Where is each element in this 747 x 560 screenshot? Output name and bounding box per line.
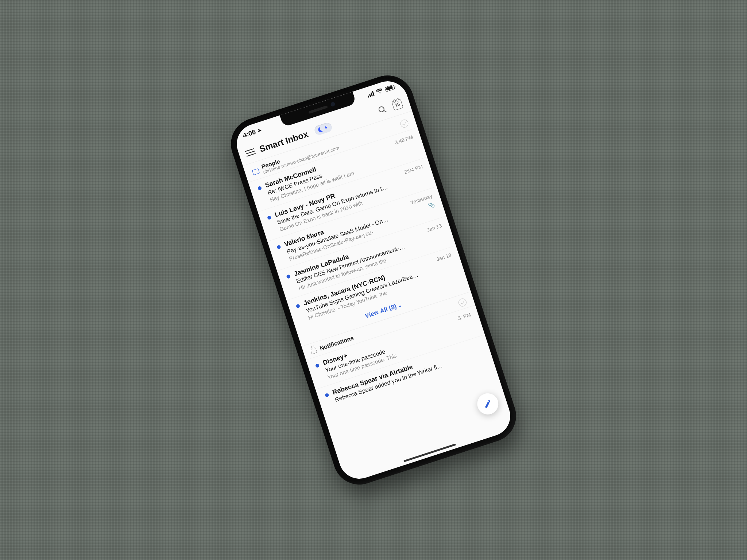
email-timestamp: 3:48 PM xyxy=(394,134,414,145)
cellular-icon xyxy=(367,91,374,98)
moon-icon xyxy=(318,127,324,133)
mail-icon xyxy=(252,168,260,175)
unread-dot xyxy=(325,393,329,398)
wifi-icon xyxy=(375,88,383,95)
calendar-icon: 15 xyxy=(391,99,403,111)
svg-point-0 xyxy=(378,106,385,113)
unread-dot xyxy=(276,245,281,249)
unread-dot xyxy=(258,186,262,191)
calendar-day: 15 xyxy=(394,101,400,108)
email-timestamp: Jan 13 xyxy=(426,222,442,233)
calendar-button[interactable]: 15 xyxy=(391,98,405,112)
phone-frame: 4:06 ➤ Smart Inbox ✦ xyxy=(224,69,523,491)
unread-dot xyxy=(315,363,320,368)
select-all-icon[interactable] xyxy=(399,118,410,129)
bell-icon xyxy=(310,347,317,354)
search-icon xyxy=(377,104,388,115)
status-time: 4:06 xyxy=(242,128,257,139)
chevron-down-icon: ⌄ xyxy=(397,302,402,309)
email-timestamp: Jan 13 xyxy=(436,252,452,262)
pencil-icon xyxy=(482,398,493,409)
location-icon: ➤ xyxy=(258,128,262,133)
email-timestamp: 2:04 PM xyxy=(403,164,423,175)
smart-mode-toggle[interactable]: ✦ xyxy=(313,122,333,136)
battery-icon xyxy=(384,84,395,92)
select-all-icon[interactable] xyxy=(457,298,468,308)
unread-dot xyxy=(286,274,291,279)
paperclip-icon: 📎 xyxy=(427,201,436,209)
screen: 4:06 ➤ Smart Inbox ✦ xyxy=(232,76,516,484)
email-timestamp: 3: PM xyxy=(457,312,472,322)
unread-dot xyxy=(296,304,301,308)
search-button[interactable] xyxy=(375,103,389,117)
unread-dot xyxy=(267,215,272,220)
menu-button[interactable] xyxy=(245,148,256,157)
